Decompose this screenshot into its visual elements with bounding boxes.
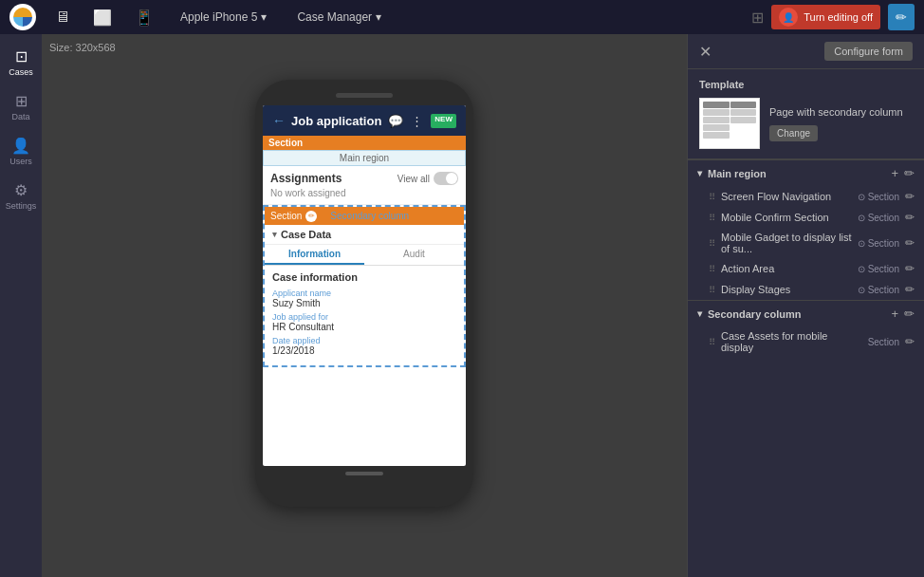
template-name: Page with secondary column <box>769 106 903 118</box>
case-info: Case information Applicant name Suzy Smi… <box>265 266 464 365</box>
component-case-assets: ⠿ Case Assets for mobile display Section… <box>688 326 924 357</box>
main-region-section: ▾ Main region + ✏ ⠿ Screen Flow Navigati… <box>688 159 924 300</box>
component-screen-flow: ⠿ Screen Flow Navigation ⊙ Section ✏ <box>688 186 924 207</box>
app-header-left: ← Job application <box>272 113 381 128</box>
section-icon-2: ⊙ <box>858 238 865 249</box>
sidebar-item-users[interactable]: 👤 Users <box>3 131 39 172</box>
component-mobile-confirm: ⠿ Mobile Confirm Section ⊙ Section ✏ <box>688 207 924 228</box>
drag-handle-icon-1[interactable]: ⠿ <box>709 213 715 223</box>
field-applicant-name: Applicant name Suzy Smith <box>272 288 456 308</box>
component-label-display-stages: Display Stages <box>721 284 852 295</box>
component-action-area: ⠿ Action Area ⊙ Section ✏ <box>688 258 924 279</box>
cases-icon: ⊡ <box>15 47 28 65</box>
view-all-row: View all <box>397 172 458 185</box>
no-work-label: No work assigned <box>270 188 458 198</box>
editing-label: Turn editing off <box>804 11 873 23</box>
component-label-screen-flow: Screen Flow Navigation <box>721 191 852 202</box>
size-label: Size: 320x568 <box>49 42 116 53</box>
section-name: Section <box>270 211 302 221</box>
close-panel-button[interactable]: ✕ <box>699 43 711 61</box>
drag-handle-icon-3[interactable]: ⠿ <box>709 264 715 274</box>
topbar-left: 🖥 ⬜ 📱 Apple iPhone 5 ▾ Case Manager ▾ <box>9 4 389 30</box>
section-label: Section <box>268 138 303 148</box>
component-edit-action-area[interactable]: ✏ <box>905 262 915 275</box>
component-edit-mobile-confirm[interactable]: ✏ <box>905 211 915 224</box>
sidebar-label-data: Data <box>11 112 29 121</box>
field-label-job: Job applied for <box>272 312 456 322</box>
template-info: Page with secondary column Change <box>769 106 903 141</box>
main-region-header-left: ▾ Main region <box>697 168 767 179</box>
main-region-header[interactable]: ▾ Main region + ✏ <box>688 160 924 186</box>
device-nav: 🖥 ⬜ 📱 <box>51 9 157 27</box>
tablet-icon[interactable]: ⬜ <box>89 9 116 27</box>
field-value-date: 1/23/2018 <box>272 345 456 356</box>
manager-selector[interactable]: Case Manager ▾ <box>289 7 389 28</box>
view-all-text: View all <box>397 174 430 184</box>
app-header-icons: 💬 ⋮ NEW <box>388 114 456 128</box>
sidebar-item-settings[interactable]: ⚙ Settings <box>3 176 39 216</box>
chat-icon[interactable]: 💬 <box>388 114 403 128</box>
phone-mockup: ← Job application 💬 ⋮ NEW Section Main r… <box>255 80 473 507</box>
desktop-icon[interactable]: 🖥 <box>51 9 74 27</box>
sidebar-item-data[interactable]: ⊞ Data <box>3 86 39 127</box>
manager-chevron: ▾ <box>376 10 381 24</box>
users-icon: 👤 <box>11 137 30 155</box>
more-icon[interactable]: ⋮ <box>411 114 423 128</box>
main-region-add-button[interactable]: + <box>891 166 898 180</box>
data-icon: ⊞ <box>15 92 28 110</box>
secondary-col-edit-button[interactable]: ✏ <box>904 307 915 321</box>
app-title: Job application <box>291 114 381 128</box>
section-badge-4: ⊙ Section <box>858 285 899 295</box>
main-region-label: Main region <box>263 150 466 166</box>
configure-form-button[interactable]: Configure form <box>824 42 913 61</box>
assignments-header: Assignments View all <box>270 172 458 185</box>
template-section: Template <box>688 69 924 159</box>
tabs-row: Information Audit <box>265 245 464 266</box>
component-edit-display-stages[interactable]: ✏ <box>905 283 915 296</box>
manager-label: Case Manager <box>297 10 372 24</box>
component-edit-mobile-gadget[interactable]: ✏ <box>905 236 915 250</box>
main-region-actions: + ✏ <box>891 166 915 180</box>
assignments-section: Assignments View all No work assigned <box>263 166 466 205</box>
sidebar-label-users: Users <box>9 157 32 166</box>
main-region-edit-button[interactable]: ✏ <box>904 166 915 180</box>
app-logo <box>9 4 36 30</box>
phone-home-button[interactable] <box>345 472 383 475</box>
template-thumbnail <box>699 98 760 149</box>
component-label-mobile-confirm: Mobile Confirm Section <box>721 212 852 223</box>
toggle-switch[interactable] <box>434 172 458 185</box>
collapse-chevron[interactable]: ▾ <box>272 230 277 239</box>
component-edit-case-assets[interactable]: ✏ <box>905 335 915 348</box>
mobile-icon[interactable]: 📱 <box>131 9 157 27</box>
sidebar: ⊡ Cases ⊞ Data 👤 Users ⚙ Settings <box>0 34 42 577</box>
section-icon-0: ⊙ <box>858 192 865 202</box>
device-chevron: ▾ <box>261 10 267 24</box>
tab-audit[interactable]: Audit <box>364 245 464 265</box>
drag-handle-icon[interactable]: ⠿ <box>709 192 715 202</box>
secondary-col-section: ▾ Secondary column + ✏ ⠿ Case Assets for… <box>688 300 924 357</box>
section-icon-1: ⊙ <box>858 213 865 223</box>
main-region-chevron: ▾ <box>697 168 702 178</box>
section-edit-button[interactable]: ✏ <box>305 211 317 222</box>
app-header: ← Job application 💬 ⋮ NEW <box>263 105 466 136</box>
editing-badge: 👤 Turn editing off <box>771 5 880 29</box>
component-label-action-area: Action Area <box>721 263 852 274</box>
sidebar-item-cases[interactable]: ⊡ Cases <box>3 42 39 83</box>
assignments-title: Assignments <box>270 172 342 185</box>
component-edit-screen-flow[interactable]: ✏ <box>905 190 915 203</box>
drag-handle-icon-2[interactable]: ⠿ <box>709 238 715 249</box>
secondary-col-add-button[interactable]: + <box>891 307 898 321</box>
settings-icon: ⚙ <box>14 181 28 199</box>
field-job-applied: Job applied for HR Consultant <box>272 312 456 332</box>
tab-information[interactable]: Information <box>265 245 364 265</box>
section-badge-3: ⊙ Section <box>858 264 899 274</box>
drag-handle-icon-5[interactable]: ⠿ <box>709 337 715 347</box>
phone-screen: ← Job application 💬 ⋮ NEW Section Main r… <box>263 105 466 466</box>
change-template-button[interactable]: Change <box>769 125 818 141</box>
pencil-button[interactable]: ✏ <box>888 4 915 30</box>
back-arrow-icon[interactable]: ← <box>272 113 286 128</box>
secondary-col-header[interactable]: ▾ Secondary column + ✏ <box>688 301 924 326</box>
device-selector[interactable]: Apple iPhone 5 ▾ <box>173 7 274 28</box>
drag-handle-icon-4[interactable]: ⠿ <box>709 285 715 295</box>
grid-icon[interactable]: ⊞ <box>751 9 764 27</box>
